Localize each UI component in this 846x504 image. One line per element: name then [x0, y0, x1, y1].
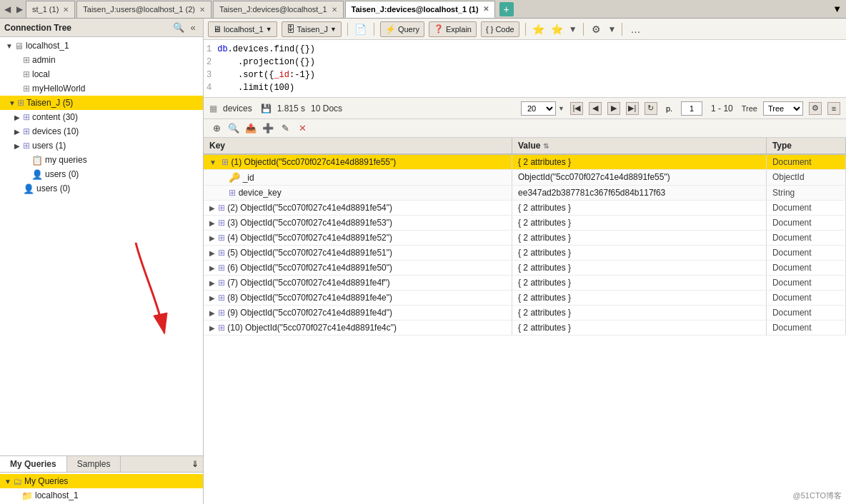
- tab-devices1-label: Taisen_J:devices@localhost_1: [219, 5, 327, 14]
- tab-add-button[interactable]: +: [499, 2, 514, 16]
- tree-label-content: content (30): [32, 112, 78, 122]
- code-button[interactable]: { } Code: [481, 21, 519, 37]
- tab-users-label: Taisen_J:users@localhost_1 (2): [83, 5, 195, 14]
- results-table: Key Value ⇅ Type ▼ ⊞ (1) ObjectId("5cc07…: [204, 138, 846, 336]
- table-row[interactable]: ▶⊞ (9) ObjectId("5cc070f027c41e4d8891fe4…: [204, 306, 846, 321]
- copy-icon[interactable]: 📄: [354, 22, 368, 36]
- tree-item-local[interactable]: ⊞ local: [0, 67, 203, 81]
- tab-st1[interactable]: st_1 (1) ✕: [26, 1, 75, 18]
- tab-st1-close[interactable]: ✕: [63, 6, 69, 14]
- tab-users-close[interactable]: ✕: [199, 6, 205, 14]
- tree-label-myqueries-root: My Queries: [24, 476, 68, 486]
- tab-scroll-right[interactable]: ▶: [14, 4, 26, 14]
- expand-myqueries-root[interactable]: ▼: [4, 478, 13, 485]
- query-button[interactable]: ⚡ Query: [380, 21, 424, 37]
- tab-samples[interactable]: Samples: [67, 456, 121, 472]
- sidebar-collapse-arrow[interactable]: ⇓: [187, 456, 203, 472]
- expand-arrow-localhost[interactable]: ▼: [6, 42, 14, 50]
- tree-expand-icon[interactable]: ⊕: [209, 121, 224, 136]
- db-icon-mhw: ⊞: [23, 84, 30, 94]
- star-arrow[interactable]: ▼: [569, 24, 577, 34]
- tree-item-localhost-q[interactable]: 📁 localhost_1: [0, 488, 203, 503]
- editor-content[interactable]: db.devices.find({}) .projection({}) .sor…: [217, 43, 843, 94]
- tree-item-localhost[interactable]: ▼ 🖥 localhost_1: [0, 39, 203, 53]
- expand-arrow-taisenj[interactable]: ▼: [9, 99, 17, 107]
- table-row[interactable]: 🔑 _id ObjectId("5cc070f027c41e4d8891fe55…: [204, 170, 846, 186]
- expand-arrow-r8[interactable]: ▶: [209, 294, 215, 302]
- tab-devices1-close[interactable]: ✕: [332, 6, 337, 14]
- connection-dropdown[interactable]: 🖥 localhost_1 ▼: [208, 21, 277, 37]
- add-doc-icon[interactable]: ➕: [261, 121, 275, 136]
- nav-first[interactable]: |◀: [570, 102, 583, 115]
- expand-arrow-r1[interactable]: ▼: [209, 158, 217, 166]
- tab-devices2-close[interactable]: ✕: [483, 5, 489, 13]
- expand-arrow-devices[interactable]: ▶: [14, 128, 23, 136]
- tree-item-users1[interactable]: ▶ ⊞ users (1): [0, 138, 203, 153]
- tab-my-queries[interactable]: My Queries: [0, 456, 67, 472]
- table-row[interactable]: ▶⊞ (5) ObjectId("5cc070f027c41e4d8891fe5…: [204, 246, 846, 261]
- tab-st1-label: st_1 (1): [32, 5, 59, 14]
- view-mode-select[interactable]: Tree Table JSON: [763, 101, 803, 116]
- table-row[interactable]: ▶⊞ (7) ObjectId("5cc070f027c41e4d8891fe4…: [204, 276, 846, 291]
- tree-label-users1: users (1): [32, 141, 66, 151]
- zoom-icon[interactable]: 🔍: [227, 121, 241, 136]
- collapse-icon[interactable]: «: [187, 22, 199, 34]
- settings-arrow[interactable]: ▼: [608, 24, 617, 34]
- table-row[interactable]: ▶⊞ (8) ObjectId("5cc070f027c41e4d8891fe4…: [204, 291, 846, 306]
- sidebar-bottom-content: ▼ 🗂 My Queries 📁 localhost_1: [0, 473, 203, 504]
- table-icon-content: ⊞: [23, 112, 30, 122]
- more-icon[interactable]: …: [628, 22, 642, 36]
- export-icon[interactable]: 📤: [244, 121, 258, 136]
- table-icon-devices: ⊞: [23, 126, 30, 136]
- tab-devices1[interactable]: Taisen_J:devices@localhost_1 ✕: [213, 1, 344, 18]
- expand-arrow-r6[interactable]: ▶: [209, 264, 215, 272]
- delete-doc-icon[interactable]: ✕: [295, 121, 309, 136]
- result-settings-icon[interactable]: ⚙: [809, 102, 822, 115]
- table-row[interactable]: ▶⊞ (4) ObjectId("5cc070f027c41e4d8891fe5…: [204, 231, 846, 246]
- tab-menu-arrow[interactable]: ▼: [832, 4, 846, 14]
- nav-last[interactable]: ▶|: [626, 102, 639, 115]
- table-row[interactable]: ▶⊞ (10) ObjectId("5cc070f027c41e4d8891fe…: [204, 321, 846, 336]
- nav-next[interactable]: ▶: [607, 102, 620, 115]
- tree-item-myqueries-root[interactable]: ▼ 🗂 My Queries: [0, 474, 203, 488]
- tree-item-myhelloworld[interactable]: ⊞ myHelloWorld: [0, 81, 203, 96]
- result-more-icon[interactable]: ≡: [827, 102, 840, 115]
- star2-icon[interactable]: ⭐: [550, 22, 564, 36]
- tree-item-users0-t[interactable]: 👤 users (0): [0, 167, 203, 181]
- expand-arrow-r10[interactable]: ▶: [209, 324, 215, 332]
- expand-arrow-r7[interactable]: ▶: [209, 279, 215, 287]
- table-row[interactable]: ▶⊞ (6) ObjectId("5cc070f027c41e4d8891fe5…: [204, 261, 846, 276]
- nav-refresh[interactable]: ↻: [645, 102, 657, 115]
- expand-arrow-r2[interactable]: ▶: [209, 204, 215, 212]
- table-row[interactable]: ▶⊞ (2) ObjectId("5cc070f027c41e4d8891fe5…: [204, 201, 846, 216]
- explain-button[interactable]: ❓ Explain: [429, 21, 477, 37]
- table-row[interactable]: ▶⊞ (3) ObjectId("5cc070f027c41e4d8891fe5…: [204, 216, 846, 231]
- table-row[interactable]: ⊞ device_key ee347ad2b387781c367f65d84b1…: [204, 186, 846, 201]
- tree-item-devices[interactable]: ▶ ⊞ devices (10): [0, 124, 203, 138]
- tree-item-myqueries[interactable]: 📋 my queries: [0, 153, 203, 167]
- tree-item-users0-root[interactable]: 👤 users (0): [0, 181, 203, 196]
- tree-item-admin[interactable]: ⊞ admin: [0, 53, 203, 67]
- table-row[interactable]: ▼ ⊞ (1) ObjectId("5cc070f027c41e4d8891fe…: [204, 154, 846, 170]
- search-icon[interactable]: 🔍: [173, 22, 184, 34]
- expand-arrow-users1[interactable]: ▶: [14, 142, 23, 150]
- edit-doc-icon[interactable]: ✎: [278, 121, 292, 136]
- page-size-select[interactable]: 20 50 100: [521, 101, 556, 116]
- page-input[interactable]: [681, 101, 702, 116]
- connection-tree: ▼ 🖥 localhost_1 ⊞ admin ⊞ local: [0, 37, 203, 455]
- tree-item-content[interactable]: ▶ ⊞ content (30): [0, 110, 203, 124]
- expand-arrow-r4[interactable]: ▶: [209, 234, 215, 242]
- database-dropdown[interactable]: 🗄 Taisen_J ▼: [282, 21, 342, 37]
- star1-icon[interactable]: ⭐: [532, 22, 546, 36]
- expand-arrow-r9[interactable]: ▶: [209, 309, 215, 317]
- nav-prev[interactable]: ◀: [589, 102, 602, 115]
- settings-icon[interactable]: ⚙: [589, 22, 604, 36]
- tab-users[interactable]: Taisen_J:users@localhost_1 (2) ✕: [76, 1, 211, 18]
- expand-arrow-content[interactable]: ▶: [14, 114, 23, 121]
- expand-arrow-r5[interactable]: ▶: [209, 249, 215, 257]
- tab-devices2[interactable]: Taisen_J:devices@localhost_1 (1) ✕: [345, 1, 495, 18]
- tree-item-taisenj[interactable]: ▼ ⊞ Taisen_J (5): [0, 96, 203, 110]
- expand-arrow-r3[interactable]: ▶: [209, 219, 215, 227]
- row-type-4: Document: [766, 231, 845, 246]
- tab-scroll-left[interactable]: ◀: [1, 4, 14, 14]
